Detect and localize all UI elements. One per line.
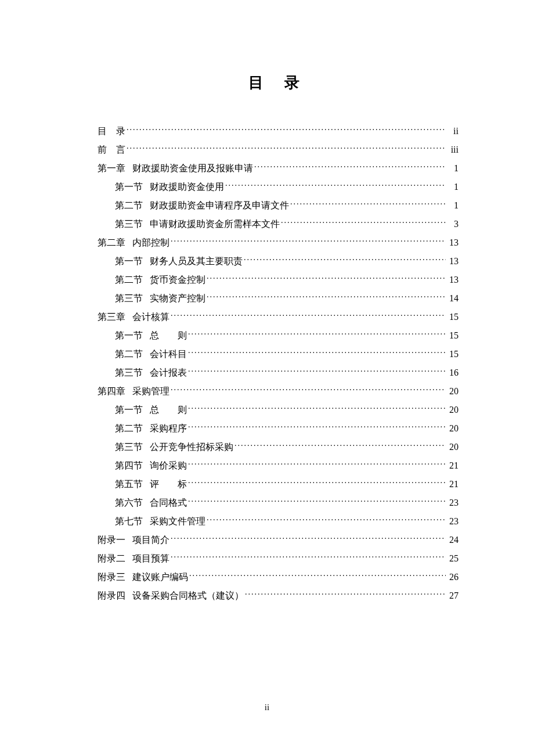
toc-entry: 第三节申请财政援助资金所需样本文件3 <box>98 217 459 231</box>
toc-entry: 第七节采购文件管理23 <box>98 514 459 528</box>
toc-entry: 第二节采购程序20 <box>98 422 459 435</box>
toc-leader-dots <box>281 218 446 227</box>
toc-entry-label: 第一节 <box>115 403 143 417</box>
toc-entry-label: 第五节 <box>115 477 143 491</box>
toc-entry: 第三节会计报表16 <box>98 366 459 380</box>
toc-entry: 第三节实物资产控制14 <box>98 291 459 305</box>
toc-entry-label: 附录一 <box>98 533 125 547</box>
toc-leader-dots <box>207 515 446 524</box>
toc-entry: 附录一项目简介24 <box>98 533 459 547</box>
toc-entry-text: 财政援助资金使用 <box>143 180 224 194</box>
toc-entry-text: 采购程序 <box>143 422 187 435</box>
toc-entry-label: 第二节 <box>115 422 143 435</box>
toc-entry-text: 公开竞争性招标采购 <box>143 440 233 454</box>
toc-entry-text: 录 <box>116 124 125 138</box>
toc-entry-text: 评标 <box>143 477 187 491</box>
toc-entry: 第一节财政援助资金使用1 <box>98 180 459 194</box>
table-of-contents: 目录ii前言iii第一章财政援助资金使用及报账申请1第一节财政援助资金使用1第二… <box>98 124 459 603</box>
toc-leader-dots <box>171 385 446 394</box>
toc-entry-page: 20 <box>447 384 459 398</box>
toc-entry-page: 21 <box>447 459 459 473</box>
toc-entry-text: 财务人员及其主要职责 <box>143 254 243 268</box>
toc-entry: 第二节会计科目15 <box>98 347 459 361</box>
toc-entry: 第四章采购管理20 <box>98 384 459 398</box>
toc-entry-page: 16 <box>447 366 459 380</box>
toc-leader-dots <box>171 236 446 246</box>
toc-entry: 目录ii <box>98 124 459 138</box>
toc-entry: 附录二项目预算25 <box>98 552 459 566</box>
toc-entry-text: 总则 <box>143 329 187 343</box>
toc-entry-text: 项目预算 <box>125 552 169 566</box>
toc-entry-page: 23 <box>447 496 459 510</box>
toc-entry-label: 第一节 <box>115 180 143 194</box>
document-page: 目 录 目录ii前言iii第一章财政援助资金使用及报账申请1第一节财政援助资金使… <box>0 0 534 603</box>
toc-leader-dots <box>188 366 446 376</box>
toc-entry-page: 3 <box>447 217 459 231</box>
toc-entry-label: 第二节 <box>115 273 143 287</box>
toc-entry: 附录三建议账户编码26 <box>98 570 459 584</box>
toc-entry-text: 财政援助资金申请程序及申请文件 <box>143 199 289 213</box>
toc-entry-page: 15 <box>447 329 459 343</box>
toc-entry-page: 13 <box>447 254 459 268</box>
toc-leader-dots <box>171 311 446 320</box>
toc-leader-dots <box>189 571 446 580</box>
toc-leader-dots <box>207 273 446 283</box>
toc-leader-dots <box>188 459 446 469</box>
toc-entry-page: iii <box>447 143 459 157</box>
toc-entry-label: 第四章 <box>98 384 125 398</box>
toc-entry: 附录四设备采购合同格式（建议）27 <box>98 589 459 603</box>
toc-entry-label: 目 <box>98 124 116 138</box>
toc-entry-label: 第七节 <box>115 514 143 528</box>
toc-entry-page: 20 <box>447 440 459 454</box>
toc-entry-label: 第三节 <box>115 440 143 454</box>
toc-entry-page: 27 <box>447 589 459 603</box>
toc-entry-text: 会计报表 <box>143 366 187 380</box>
toc-entry: 第一节总则20 <box>98 403 459 417</box>
toc-entry-page: 1 <box>447 180 459 194</box>
toc-entry-page: 26 <box>447 570 459 584</box>
toc-entry-text: 询价采购 <box>143 459 187 473</box>
toc-entry: 第二章内部控制13 <box>98 236 459 250</box>
toc-entry-label: 第三章 <box>98 310 125 324</box>
toc-entry-page: ii <box>447 124 459 138</box>
toc-entry-label: 附录二 <box>98 552 125 566</box>
toc-entry-text: 会计科目 <box>143 347 187 361</box>
toc-entry-text: 项目简介 <box>125 533 169 547</box>
toc-entry: 第六节合同格式23 <box>98 496 459 510</box>
toc-entry-label: 第四节 <box>115 459 143 473</box>
toc-entry: 第一节总则15 <box>98 329 459 343</box>
toc-entry-label: 附录四 <box>98 589 125 603</box>
toc-entry-text: 采购管理 <box>125 384 169 398</box>
toc-entry-label: 第二节 <box>115 347 143 361</box>
toc-entry-text: 建议账户编码 <box>125 570 188 584</box>
toc-entry-text: 会计核算 <box>125 310 169 324</box>
toc-leader-dots <box>127 125 446 134</box>
toc-leader-dots <box>244 255 446 264</box>
toc-entry-label: 第二章 <box>98 236 125 250</box>
toc-leader-dots <box>188 348 446 357</box>
toc-entry-text: 财政援助资金使用及报账申请 <box>125 161 253 175</box>
toc-entry-label: 第一章 <box>98 161 125 175</box>
toc-entry-page: 20 <box>447 422 459 435</box>
toc-entry-page: 23 <box>447 514 459 528</box>
toc-entry: 第三章会计核算15 <box>98 310 459 324</box>
toc-entry-text: 实物资产控制 <box>143 291 205 305</box>
toc-entry-page: 20 <box>447 403 459 417</box>
toc-entry-page: 21 <box>447 477 459 491</box>
toc-entry-page: 24 <box>447 533 459 547</box>
toc-entry-label: 第三节 <box>115 217 143 231</box>
toc-entry-label: 第三节 <box>115 291 143 305</box>
page-number: ii <box>0 703 534 712</box>
toc-entry-label: 前 <box>98 143 116 157</box>
toc-entry-label: 第一节 <box>115 254 143 268</box>
toc-entry-label: 第六节 <box>115 496 143 510</box>
toc-leader-dots <box>234 441 446 450</box>
toc-entry: 第二节货币资金控制13 <box>98 273 459 287</box>
toc-entry-label: 第二节 <box>115 199 143 213</box>
toc-entry-text: 言 <box>116 143 125 157</box>
toc-entry-text: 申请财政援助资金所需样本文件 <box>143 217 280 231</box>
toc-entry: 前言iii <box>98 143 459 157</box>
toc-entry: 第四节询价采购21 <box>98 459 459 473</box>
toc-leader-dots <box>127 143 446 153</box>
toc-title: 目 录 <box>98 73 459 93</box>
